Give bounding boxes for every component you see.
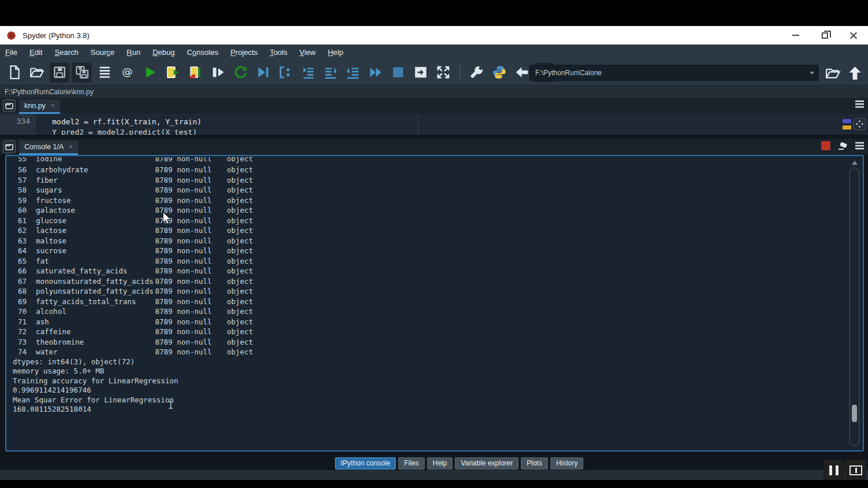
save-all-icon[interactable] bbox=[72, 63, 91, 82]
row-count: 8789 non-null bbox=[155, 257, 227, 267]
browse-tabs-button[interactable] bbox=[3, 99, 16, 112]
row-index: 62 bbox=[13, 226, 27, 236]
new-file-icon[interactable] bbox=[5, 63, 24, 82]
code-editor[interactable]: 334 model2 = rf.fit(X_train, Y_train) Y_… bbox=[0, 114, 868, 135]
pause-icon bbox=[829, 465, 838, 475]
row-column: maltose bbox=[36, 236, 155, 246]
maximize-pane-icon[interactable] bbox=[411, 63, 430, 82]
row-index: 56 bbox=[13, 165, 27, 175]
close-icon bbox=[849, 31, 858, 39]
console-row: 57fiber8789 non-nullobject bbox=[13, 175, 253, 186]
pane-tab-history[interactable]: History bbox=[550, 457, 583, 469]
working-directory-combobox[interactable]: F:\PythonRun\Calorie bbox=[529, 65, 819, 81]
row-dtype: object bbox=[227, 287, 253, 295]
row-column: lactose bbox=[36, 226, 155, 236]
menu-file[interactable]: File bbox=[5, 48, 17, 57]
symbol-finder-icon[interactable]: @ bbox=[117, 63, 137, 82]
pane-tab-plots[interactable]: Plots bbox=[521, 457, 548, 469]
row-column: carbohydrate bbox=[36, 165, 155, 175]
console-row: 73theobromine8789 non-nullobject bbox=[13, 337, 253, 347]
minimize-button[interactable] bbox=[781, 26, 810, 45]
console-row-clipped: 55iodine8789 non-nullobject bbox=[13, 157, 253, 165]
menu-debug[interactable]: Debug bbox=[153, 48, 175, 57]
file-path: F:\PythonRun\Calorie\knn.py bbox=[5, 88, 93, 96]
menu-tools[interactable]: Tools bbox=[270, 48, 287, 57]
browse-directory-button[interactable] bbox=[823, 63, 843, 83]
split-pane-button[interactable] bbox=[854, 118, 866, 130]
pythonpath-icon[interactable] bbox=[490, 63, 509, 82]
run-cell-advance-icon[interactable] bbox=[185, 63, 204, 82]
toolbar-separator bbox=[459, 65, 460, 80]
console-scrollbar[interactable] bbox=[849, 160, 860, 447]
editor-options-menu-icon[interactable] bbox=[855, 100, 865, 108]
close-button[interactable] bbox=[839, 26, 868, 45]
overlay-pause-button[interactable] bbox=[823, 460, 844, 481]
row-column: glucose bbox=[36, 216, 155, 226]
run-cell-icon[interactable] bbox=[163, 63, 182, 82]
scrollbar-track[interactable] bbox=[849, 168, 859, 446]
stop-debug-icon[interactable] bbox=[388, 63, 407, 82]
row-index: 65 bbox=[13, 257, 27, 267]
row-index: 66 bbox=[13, 267, 27, 276]
row-index: 61 bbox=[13, 216, 27, 226]
tab-close-icon[interactable]: × bbox=[51, 102, 55, 110]
editor-tab-knn[interactable]: knn.py × bbox=[19, 99, 60, 114]
scroll-up-arrow-icon[interactable] bbox=[852, 161, 858, 165]
browse-tabs-button[interactable] bbox=[3, 141, 16, 153]
open-file-icon[interactable] bbox=[27, 63, 46, 82]
step-over-icon[interactable] bbox=[298, 63, 317, 82]
console-row: 66saturated_fatty_acids8789 non-nullobje… bbox=[13, 266, 253, 276]
console-row: 65fat8789 non-nullobject bbox=[13, 256, 253, 267]
menu-projects[interactable]: Projects bbox=[230, 48, 258, 57]
row-index: 67 bbox=[13, 277, 27, 287]
pane-tab-bar: IPython consoleFilesHelpVariable explore… bbox=[0, 456, 868, 470]
scrollbar-thumb[interactable] bbox=[852, 405, 857, 422]
ipython-console-pane[interactable]: 55iodine8789 non-nullobject56carbohydrat… bbox=[5, 155, 864, 452]
menu-view[interactable]: View bbox=[299, 48, 315, 57]
editor-tab-bar: knn.py × bbox=[0, 98, 868, 114]
row-column: galactose bbox=[36, 206, 155, 216]
pane-tab-variable-explorer[interactable]: Variable explorer bbox=[455, 457, 518, 469]
interrupt-kernel-icon[interactable] bbox=[821, 141, 830, 150]
menu-consoles[interactable]: Consoles bbox=[187, 48, 218, 57]
row-count: 8789 non-null bbox=[155, 246, 227, 256]
run-selection-icon[interactable] bbox=[208, 63, 227, 82]
pane-tab-help[interactable]: Help bbox=[427, 457, 453, 469]
file-switcher-icon[interactable] bbox=[95, 63, 114, 82]
row-dtype: object bbox=[227, 157, 253, 163]
parent-directory-button[interactable] bbox=[845, 63, 865, 83]
run-file-icon[interactable] bbox=[140, 63, 159, 82]
continue-icon[interactable] bbox=[366, 63, 385, 82]
menu-edit[interactable]: Edit bbox=[30, 48, 42, 57]
working-directory-value: F:\PythonRun\Calorie bbox=[535, 69, 810, 77]
chevron-down-icon[interactable] bbox=[810, 72, 814, 75]
pane-tab-files[interactable]: Files bbox=[398, 457, 424, 469]
back-icon[interactable] bbox=[512, 63, 531, 82]
preferences-icon[interactable] bbox=[467, 63, 486, 82]
rerun-cell-icon[interactable] bbox=[230, 63, 249, 82]
console-footer: dtypes: int64(3), object(72)memory usage… bbox=[13, 357, 253, 415]
console-line: 0.9969114214196746 bbox=[13, 386, 253, 395]
menu-search[interactable]: Search bbox=[54, 48, 78, 57]
debug-file-icon[interactable] bbox=[253, 63, 272, 82]
pane-tab-ipython-console[interactable]: IPython console bbox=[335, 457, 396, 469]
row-column: caffeine bbox=[36, 327, 155, 337]
overlay-frame-button[interactable] bbox=[845, 460, 866, 481]
row-dtype: object bbox=[227, 176, 253, 184]
tab-close-icon[interactable]: × bbox=[69, 143, 73, 151]
console-options-menu-icon[interactable] bbox=[855, 142, 865, 150]
menu-run[interactable]: Run bbox=[127, 48, 141, 57]
menu-source[interactable]: Source bbox=[91, 48, 115, 57]
menu-help[interactable]: Help bbox=[328, 48, 343, 57]
step-return-icon[interactable] bbox=[343, 63, 362, 82]
clear-console-icon[interactable] bbox=[837, 142, 848, 150]
save-file-icon[interactable] bbox=[50, 63, 69, 82]
debug-cell-icon[interactable] bbox=[275, 63, 295, 82]
restore-button[interactable] bbox=[810, 26, 839, 45]
row-count: 8789 non-null bbox=[155, 236, 227, 246]
arrow-up-icon bbox=[847, 65, 863, 81]
fullscreen-icon[interactable] bbox=[433, 63, 453, 82]
step-into-icon[interactable] bbox=[321, 63, 340, 82]
console-tab[interactable]: Console 1/A × bbox=[19, 141, 78, 155]
row-dtype: object bbox=[227, 317, 253, 326]
